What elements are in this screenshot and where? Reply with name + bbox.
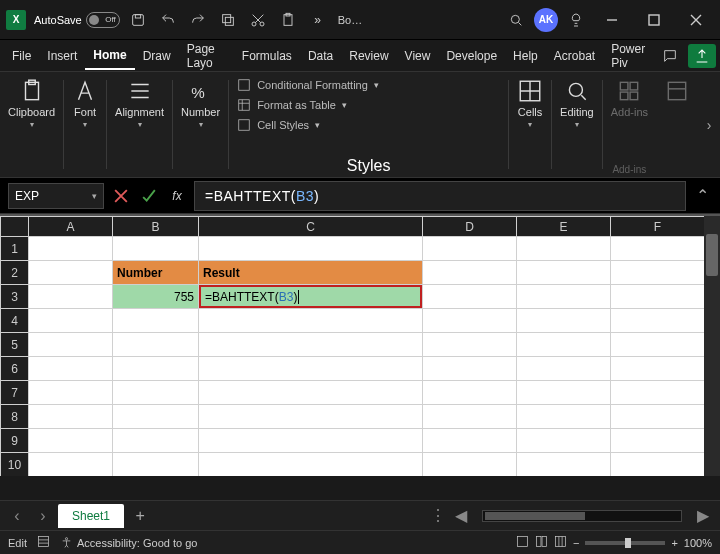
spreadsheet-grid[interactable]: A B C D E F 1 2NumberResult 3755 =BAHTTE… <box>0 214 720 476</box>
addins-button[interactable]: Add-ins <box>611 78 648 118</box>
share-button[interactable] <box>688 44 716 68</box>
redo-icon[interactable] <box>186 8 210 32</box>
sheet-nav-next-icon[interactable]: › <box>32 505 54 527</box>
row-header-7[interactable]: 7 <box>1 381 29 405</box>
undo-icon[interactable] <box>156 8 180 32</box>
col-header-F[interactable]: F <box>611 217 705 237</box>
chevron-down-icon[interactable]: ▾ <box>92 191 97 201</box>
lightbulb-icon[interactable] <box>564 8 588 32</box>
cell-B5[interactable] <box>113 333 199 357</box>
row-header-6[interactable]: 6 <box>1 357 29 381</box>
sheet-tab-sheet1[interactable]: Sheet1 <box>58 504 124 528</box>
extra-button[interactable] <box>664 78 690 104</box>
cell-B9[interactable] <box>113 429 199 453</box>
cell-F9[interactable] <box>611 429 705 453</box>
font-button[interactable]: Font▾ <box>72 78 98 129</box>
cell-F1[interactable] <box>611 237 705 261</box>
tab-home[interactable]: Home <box>85 42 134 70</box>
cell-styles-button[interactable]: Cell Styles ▾ <box>237 118 500 132</box>
cell-D5[interactable] <box>423 333 517 357</box>
tab-data[interactable]: Data <box>300 43 341 69</box>
cell-B7[interactable] <box>113 381 199 405</box>
qat-overflow-icon[interactable]: » <box>306 8 330 32</box>
cell-F5[interactable] <box>611 333 705 357</box>
cell-E3[interactable] <box>517 285 611 309</box>
format-as-table-button[interactable]: Format as Table ▾ <box>237 98 500 112</box>
cell-F8[interactable] <box>611 405 705 429</box>
cell-C10[interactable] <box>199 453 423 477</box>
row-header-4[interactable]: 4 <box>1 309 29 333</box>
add-sheet-button[interactable]: + <box>128 504 152 528</box>
cell-F7[interactable] <box>611 381 705 405</box>
cell-E5[interactable] <box>517 333 611 357</box>
cell-F3[interactable] <box>611 285 705 309</box>
cell-D3[interactable] <box>423 285 517 309</box>
cell-B8[interactable] <box>113 405 199 429</box>
cell-B10[interactable] <box>113 453 199 477</box>
close-button[interactable] <box>678 4 714 36</box>
row-header-2[interactable]: 2 <box>1 261 29 285</box>
cell-D1[interactable] <box>423 237 517 261</box>
save-icon[interactable] <box>126 8 150 32</box>
cell-A4[interactable] <box>29 309 113 333</box>
cell-A6[interactable] <box>29 357 113 381</box>
cell-C9[interactable] <box>199 429 423 453</box>
maximize-button[interactable] <box>636 4 672 36</box>
select-all-corner[interactable] <box>1 217 29 237</box>
comments-icon[interactable] <box>656 44 684 68</box>
cell-C3[interactable]: =BAHTTEXT(B3) <box>199 285 423 309</box>
tab-acrobat[interactable]: Acrobat <box>546 43 603 69</box>
minimize-button[interactable] <box>594 4 630 36</box>
col-header-E[interactable]: E <box>517 217 611 237</box>
cell-C7[interactable] <box>199 381 423 405</box>
enter-formula-button[interactable] <box>138 183 160 209</box>
tab-page-layout[interactable]: Page Layo <box>179 36 234 76</box>
col-header-B[interactable]: B <box>113 217 199 237</box>
cell-A5[interactable] <box>29 333 113 357</box>
cell-F10[interactable] <box>611 453 705 477</box>
view-normal-icon[interactable] <box>516 535 529 550</box>
user-avatar[interactable]: AK <box>534 8 558 32</box>
cell-F2[interactable] <box>611 261 705 285</box>
cell-E8[interactable] <box>517 405 611 429</box>
tab-review[interactable]: Review <box>341 43 396 69</box>
cell-E9[interactable] <box>517 429 611 453</box>
vertical-scrollbar[interactable] <box>704 216 720 476</box>
cell-F4[interactable] <box>611 309 705 333</box>
zoom-in-button[interactable]: + <box>671 537 677 549</box>
cell-D10[interactable] <box>423 453 517 477</box>
cell-C2[interactable]: Result <box>199 261 423 285</box>
clipboard-button[interactable]: Clipboard▾ <box>8 78 55 129</box>
sheet-nav-prev-icon[interactable]: ‹ <box>6 505 28 527</box>
zoom-out-button[interactable]: − <box>573 537 579 549</box>
cell-A3[interactable] <box>29 285 113 309</box>
hscroll-right-icon[interactable]: ▶ <box>692 505 714 527</box>
tab-view[interactable]: View <box>397 43 439 69</box>
tab-bar-separator-icon[interactable]: ⋮ <box>430 506 446 525</box>
alignment-button[interactable]: Alignment▾ <box>115 78 164 129</box>
cell-E7[interactable] <box>517 381 611 405</box>
number-button[interactable]: % Number▾ <box>181 78 220 129</box>
cell-C4[interactable] <box>199 309 423 333</box>
view-page-layout-icon[interactable] <box>535 535 548 550</box>
col-header-C[interactable]: C <box>199 217 423 237</box>
copy-icon[interactable] <box>216 8 240 32</box>
tab-formulas[interactable]: Formulas <box>234 43 300 69</box>
cell-editor[interactable]: =BAHTTEXT(B3) <box>199 285 422 308</box>
zoom-level[interactable]: 100% <box>684 537 712 549</box>
name-box[interactable]: EXP ▾ <box>8 183 104 209</box>
cell-A2[interactable] <box>29 261 113 285</box>
tab-developer[interactable]: Develope <box>438 43 505 69</box>
cell-B4[interactable] <box>113 309 199 333</box>
editing-button[interactable]: Editing▾ <box>560 78 594 129</box>
cell-C1[interactable] <box>199 237 423 261</box>
cell-E1[interactable] <box>517 237 611 261</box>
cell-C5[interactable] <box>199 333 423 357</box>
cell-D6[interactable] <box>423 357 517 381</box>
cell-C8[interactable] <box>199 405 423 429</box>
cell-B6[interactable] <box>113 357 199 381</box>
cell-D8[interactable] <box>423 405 517 429</box>
cell-C6[interactable] <box>199 357 423 381</box>
formula-input[interactable]: =BAHTTEXT(B3) <box>194 181 686 211</box>
hscroll-left-icon[interactable]: ◀ <box>450 505 472 527</box>
